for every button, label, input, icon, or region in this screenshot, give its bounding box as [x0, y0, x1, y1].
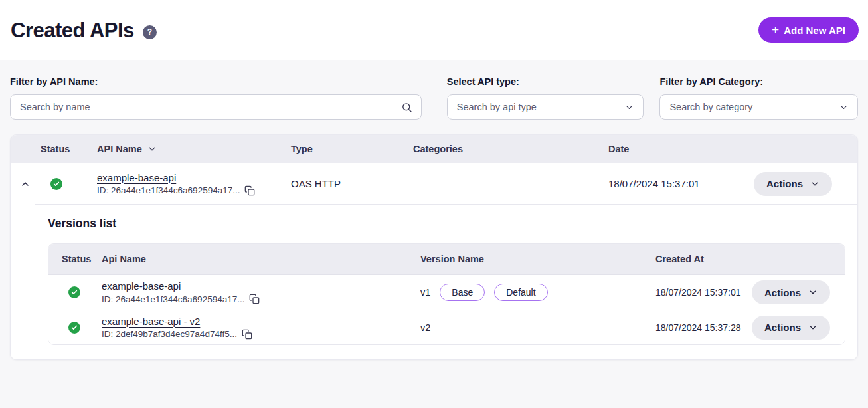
status-cell [48, 286, 88, 298]
version-table-row: example-base-api ID: 26a44e1e1f344c6a692… [48, 275, 845, 310]
filter-api-category-label: Filter by API Category: [659, 76, 858, 87]
column-header-categories: Categories [413, 144, 608, 154]
column-header-date: Date [608, 144, 728, 154]
page-header: Created APIs ? + Add New API [0, 0, 868, 60]
version-api-name-link[interactable]: example-base-api - v2 [102, 316, 200, 327]
api-name-search-input[interactable] [20, 102, 401, 112]
api-name-search-field [10, 94, 422, 120]
filter-api-name-label: Filter by API Name: [10, 76, 422, 87]
filters-bar: Filter by API Name: Select API type: Sea… [10, 76, 858, 120]
page-title: Created APIs [11, 19, 134, 43]
api-table-row: example-base-api ID: 26a44e1e1f344c6a692… [11, 163, 857, 204]
actions-button[interactable]: Actions [754, 172, 832, 196]
filter-api-type-label: Select API type: [447, 76, 644, 87]
search-icon [401, 102, 412, 113]
actions-button-label: Actions [764, 287, 801, 298]
version-api-name-cell: example-base-api - v2 ID: 2def49b7af3d4e… [88, 316, 420, 340]
api-type-select[interactable]: Search by api type [447, 94, 644, 120]
column-header-type: Type [291, 144, 413, 154]
status-success-icon [50, 178, 62, 190]
actions-button[interactable]: Actions [752, 280, 830, 304]
apis-table-header: Status API Name Type Categories Date [11, 135, 857, 163]
version-api-name-link[interactable]: example-base-api [102, 280, 181, 292]
version-badge-base: Base [440, 284, 485, 301]
apis-table-card: Status API Name Type Categories Date [10, 134, 858, 360]
copy-icon[interactable] [244, 185, 255, 196]
column-header-status: Status [40, 144, 97, 154]
version-name-cell: v2 [420, 322, 655, 333]
chevron-down-icon [808, 323, 818, 332]
actions-button[interactable]: Actions [752, 316, 830, 340]
version-table-row: example-base-api - v2 ID: 2def49b7af3d4e… [48, 310, 845, 344]
api-type-select-placeholder: Search by api type [457, 102, 537, 112]
version-label: v2 [420, 322, 430, 333]
versions-panel: Versions list Status Api Name Version Na… [11, 205, 857, 359]
api-id-text: ID: 26a44e1e1f344c6a692594a17... [97, 185, 240, 195]
versions-list-title: Versions list [48, 217, 845, 231]
api-date-cell: 18/07/2024 15:37:01 [608, 178, 728, 189]
status-cell [48, 322, 88, 334]
status-success-icon [68, 322, 80, 334]
content-area: Filter by API Name: Select API type: Sea… [0, 60, 868, 360]
column-header-api-name[interactable]: API Name [97, 144, 291, 154]
add-new-api-button[interactable]: + Add New API [758, 17, 859, 43]
copy-icon[interactable] [249, 294, 260, 304]
version-badge-default: Default [494, 284, 547, 301]
versions-table: Status Api Name Version Name Created At … [48, 243, 845, 345]
version-api-id-text: ID: 2def49b7af3d4ec97a4d74ff5... [102, 329, 237, 339]
version-api-name-cell: example-base-api ID: 26a44e1e1f344c6a692… [88, 280, 420, 304]
versions-table-header: Status Api Name Version Name Created At [48, 244, 845, 275]
filter-api-category: Filter by API Category: Search by catego… [659, 76, 858, 120]
copy-icon[interactable] [242, 329, 252, 340]
actions-button-label: Actions [764, 322, 801, 333]
add-new-api-label: Add New API [784, 25, 845, 36]
filter-api-name: Filter by API Name: [10, 76, 422, 120]
api-name-link[interactable]: example-base-api [97, 172, 176, 183]
actions-button-label: Actions [766, 178, 803, 189]
help-icon[interactable]: ? [143, 25, 157, 39]
collapse-row-button[interactable] [11, 179, 40, 189]
plus-icon: + [772, 23, 779, 36]
api-type-cell: OAS HTTP [291, 178, 413, 189]
version-column-header-created-at: Created At [655, 254, 748, 264]
status-cell [40, 178, 97, 190]
version-created-at-cell: 18/07/2024 15:37:01 [655, 287, 748, 298]
version-column-header-status: Status [48, 254, 88, 264]
api-category-select-placeholder: Search by category [669, 102, 752, 112]
api-name-cell: example-base-api ID: 26a44e1e1f344c6a692… [97, 172, 291, 196]
filter-api-type: Select API type: Search by api type [447, 76, 644, 120]
chevron-down-icon [624, 102, 634, 112]
chevron-up-icon [20, 179, 31, 189]
version-column-header-version-name: Version Name [420, 254, 655, 264]
api-category-select[interactable]: Search by category [659, 94, 858, 120]
version-created-at-cell: 18/07/2024 15:37:28 [655, 322, 748, 333]
chevron-down-icon [810, 179, 820, 189]
status-success-icon [68, 286, 80, 298]
chevron-down-icon [839, 102, 849, 112]
version-name-cell: v1 Base Default [420, 284, 655, 301]
sort-chevron-down-icon [147, 144, 157, 153]
version-api-id-text: ID: 26a44e1e1f344c6a692594a17... [102, 294, 244, 304]
version-column-header-api-name: Api Name [88, 254, 420, 264]
version-label: v1 [420, 287, 430, 298]
chevron-down-icon [808, 288, 818, 297]
